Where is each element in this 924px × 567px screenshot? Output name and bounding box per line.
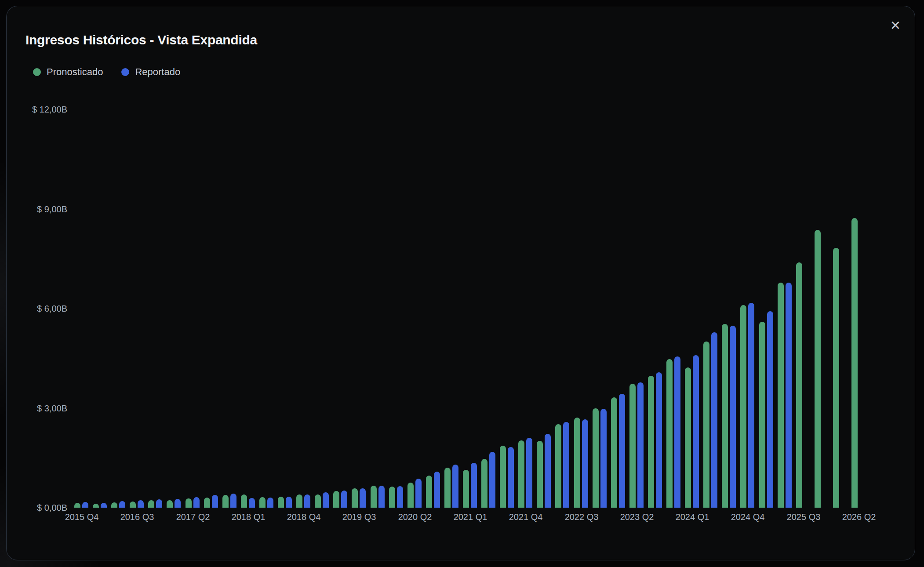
bar-reportado[interactable] — [563, 422, 569, 508]
bar-pronosticado[interactable] — [186, 498, 192, 508]
bar-reportado[interactable] — [508, 447, 514, 508]
bar-reportado[interactable] — [786, 283, 792, 508]
bar-reportado[interactable] — [193, 497, 200, 508]
bar-reportado[interactable] — [378, 486, 385, 508]
bar-pronosticado[interactable] — [222, 495, 229, 508]
bar-pronosticado[interactable] — [352, 488, 358, 508]
bar-reportado[interactable] — [323, 492, 329, 508]
bar-pronosticado[interactable] — [296, 494, 302, 508]
x-axis-label: 2024 Q1 — [664, 511, 721, 523]
bar-reportado[interactable] — [119, 501, 125, 508]
bar-reportado[interactable] — [267, 498, 273, 508]
bar-pronosticado[interactable] — [315, 494, 321, 508]
bar-pronosticado[interactable] — [778, 283, 784, 508]
bar-pronosticado[interactable] — [796, 262, 802, 508]
bar-reportado[interactable] — [101, 503, 107, 508]
bar-pronosticado[interactable] — [444, 468, 451, 508]
x-axis-label: 2015 Q4 — [53, 511, 110, 523]
x-axis-label: 2025 Q3 — [775, 511, 832, 523]
bar-reportado[interactable] — [730, 326, 736, 508]
bar-pronosticado[interactable] — [722, 324, 728, 508]
bar-pronosticado[interactable] — [648, 376, 654, 508]
bar-reportado[interactable] — [415, 479, 422, 508]
x-axis-label: 2016 Q3 — [109, 511, 166, 523]
bar-pronosticado[interactable] — [426, 476, 432, 508]
bar-reportado[interactable] — [526, 438, 532, 508]
x-axis-label: 2018 Q1 — [220, 511, 277, 523]
bar-reportado[interactable] — [434, 472, 440, 508]
bar-pronosticado[interactable] — [740, 305, 746, 508]
x-axis-label: 2024 Q4 — [719, 511, 776, 523]
bar-reportado[interactable] — [748, 303, 754, 508]
bar-reportado[interactable] — [82, 502, 88, 508]
bar-reportado[interactable] — [471, 463, 477, 508]
bar-pronosticado[interactable] — [685, 367, 691, 508]
bar-reportado[interactable] — [230, 494, 236, 508]
bar-pronosticado[interactable] — [278, 497, 284, 508]
y-axis: $ 0,00B$ 3,00B$ 6,00B$ 9,00B$ 12,00B — [29, 6, 67, 529]
bar-reportado[interactable] — [138, 500, 144, 508]
x-axis-label: 2020 Q2 — [386, 511, 444, 523]
bar-reportado[interactable] — [600, 409, 607, 508]
x-axis-label: 2019 Q3 — [331, 511, 388, 523]
bar-pronosticado[interactable] — [518, 440, 524, 508]
bar-reportado[interactable] — [637, 382, 644, 508]
bar-pronosticado[interactable] — [389, 487, 395, 508]
bar-reportado[interactable] — [212, 495, 218, 508]
x-axis-label: 2017 Q2 — [164, 511, 222, 523]
bar-reportado[interactable] — [619, 394, 625, 508]
bar-reportado[interactable] — [711, 332, 717, 508]
bar-pronosticado[interactable] — [463, 470, 469, 508]
bar-reportado[interactable] — [341, 491, 347, 508]
bar-pronosticado[interactable] — [611, 397, 617, 508]
bar-pronosticado[interactable] — [204, 498, 210, 508]
x-axis-label: 2026 Q2 — [830, 511, 888, 523]
bar-pronosticado[interactable] — [74, 503, 80, 508]
bar-reportado[interactable] — [156, 499, 162, 508]
bar-pronosticado[interactable] — [703, 342, 709, 508]
bar-pronosticado[interactable] — [537, 441, 543, 508]
x-axis-label: 2018 Q4 — [275, 511, 332, 523]
bar-reportado[interactable] — [175, 499, 181, 508]
bar-pronosticado[interactable] — [371, 486, 377, 508]
x-axis-label: 2021 Q4 — [497, 511, 554, 523]
bar-chart-plot: $ 0,00B$ 3,00B$ 6,00B$ 9,00B$ 12,00B 201… — [7, 6, 916, 561]
bar-pronosticado[interactable] — [851, 218, 858, 508]
bar-reportado[interactable] — [286, 497, 292, 508]
x-axis-label: 2021 Q1 — [442, 511, 499, 523]
bar-reportado[interactable] — [397, 486, 403, 508]
bar-reportado[interactable] — [249, 498, 255, 508]
bar-pronosticado[interactable] — [593, 408, 599, 508]
bar-pronosticado[interactable] — [481, 459, 487, 508]
bar-pronosticado[interactable] — [815, 230, 821, 508]
x-axis-label: 2023 Q2 — [608, 511, 666, 523]
bar-reportado[interactable] — [674, 356, 680, 508]
y-axis-label: $ 6,00B — [37, 303, 67, 314]
bar-pronosticado[interactable] — [574, 418, 580, 508]
bar-reportado[interactable] — [360, 488, 366, 508]
bar-pronosticado[interactable] — [241, 494, 247, 508]
bar-pronosticado[interactable] — [500, 446, 506, 508]
y-axis-label: $ 9,00B — [37, 204, 67, 215]
bar-pronosticado[interactable] — [130, 502, 136, 508]
bar-reportado[interactable] — [304, 494, 310, 508]
bar-reportado[interactable] — [452, 465, 458, 508]
bar-pronosticado[interactable] — [148, 500, 154, 508]
bar-pronosticado[interactable] — [833, 248, 839, 508]
bar-pronosticado[interactable] — [167, 500, 173, 508]
bar-reportado[interactable] — [582, 419, 588, 508]
bar-pronosticado[interactable] — [555, 424, 561, 508]
bar-pronosticado[interactable] — [333, 491, 339, 508]
bar-reportado[interactable] — [656, 372, 662, 508]
bar-pronosticado[interactable] — [629, 384, 636, 508]
bar-reportado[interactable] — [489, 452, 495, 508]
bar-pronosticado[interactable] — [759, 322, 765, 508]
bar-pronosticado[interactable] — [259, 497, 266, 508]
bar-reportado[interactable] — [693, 355, 699, 508]
bar-pronosticado[interactable] — [666, 359, 673, 508]
bar-reportado[interactable] — [545, 434, 551, 508]
bar-pronosticado[interactable] — [407, 483, 414, 508]
bar-pronosticado[interactable] — [93, 504, 99, 508]
bar-pronosticado[interactable] — [111, 502, 117, 508]
bar-reportado[interactable] — [767, 311, 773, 508]
